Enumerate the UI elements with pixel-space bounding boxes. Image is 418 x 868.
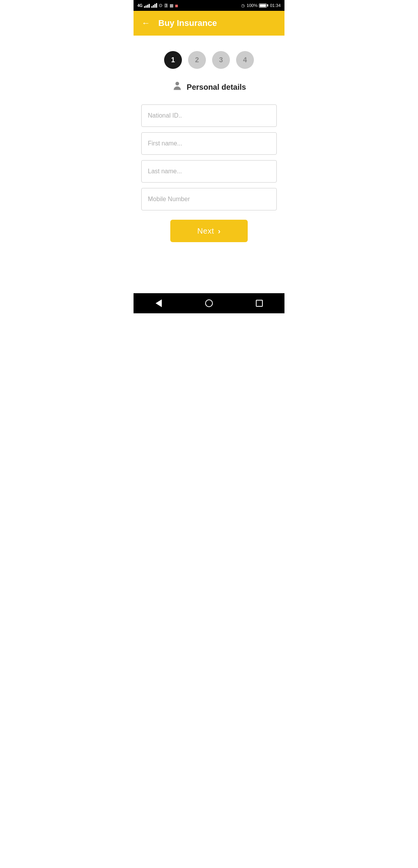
status-bar-left: 4G ⊙ 3 ▦ ◼ [137, 3, 178, 8]
home-nav-icon [205, 299, 213, 307]
next-arrow-icon: › [218, 227, 221, 236]
last-name-input[interactable] [141, 160, 277, 183]
svg-point-0 [176, 82, 179, 85]
status-bar: 4G ⊙ 3 ▦ ◼ ◷ 100% 01:34 [134, 0, 284, 11]
step-4[interactable]: 4 [236, 51, 254, 69]
recent-nav-icon [256, 300, 263, 307]
next-label: Next [197, 227, 214, 236]
battery-percent: 100% [247, 3, 257, 8]
carrier-label: 4G [137, 3, 142, 8]
back-button[interactable]: ← [140, 17, 152, 29]
step-1[interactable]: 1 [164, 51, 182, 69]
calendar-icon: ▦ [170, 3, 173, 8]
wifi-icon: ⊙ [159, 3, 163, 8]
status-bar-right: ◷ 100% 01:34 [241, 3, 281, 8]
time-display: 01:34 [270, 3, 281, 8]
person-icon [172, 80, 183, 94]
signal-bars [144, 3, 150, 8]
bottom-nav [134, 293, 284, 313]
nfc-badge: 3 [164, 3, 168, 8]
page-title: Buy Insurance [158, 18, 217, 28]
next-button[interactable]: Next › [170, 220, 248, 242]
section-title-wrapper: Personal details [172, 80, 246, 94]
national-id-input[interactable] [141, 104, 277, 127]
step-2[interactable]: 2 [188, 51, 206, 69]
section-title: Personal details [187, 83, 246, 92]
top-nav: ← Buy Insurance [134, 11, 284, 36]
main-content: 1 2 3 4 Personal details Next › [134, 36, 284, 293]
step-3[interactable]: 3 [212, 51, 230, 69]
home-nav-button[interactable] [199, 294, 219, 313]
alarm-icon: ◷ [241, 3, 245, 8]
mobile-number-input[interactable] [141, 188, 277, 210]
back-nav-button[interactable] [149, 294, 168, 313]
step-indicators: 1 2 3 4 [164, 51, 254, 69]
back-nav-icon [156, 299, 162, 307]
wifi-signal [151, 3, 157, 8]
form-fields [141, 104, 277, 210]
battery-icon [259, 3, 268, 8]
recent-nav-button[interactable] [250, 294, 269, 313]
app-icon: ◼ [175, 3, 178, 8]
first-name-input[interactable] [141, 132, 277, 155]
